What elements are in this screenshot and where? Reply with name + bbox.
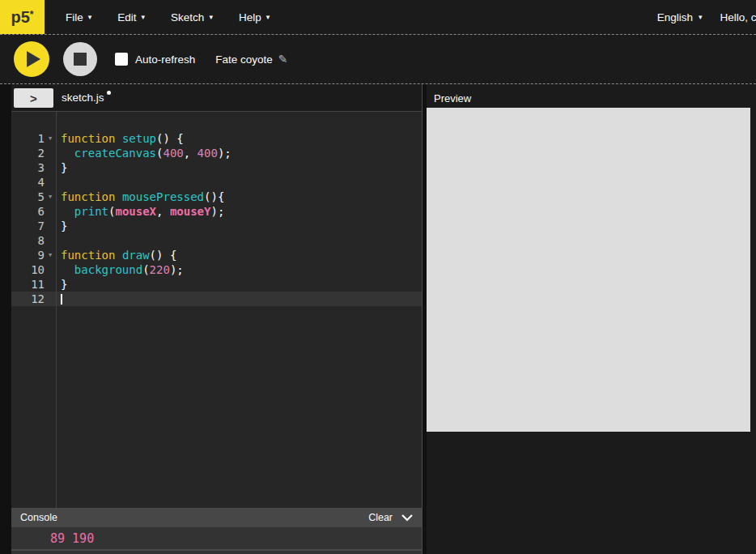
- code-editor[interactable]: 1▼function setup() {2 createCanvas(400, …: [11, 112, 422, 508]
- p5-web-editor: p5* File▾Edit▾Sketch▾Help▾ English ▾ Hel…: [0, 0, 756, 554]
- line-number: 6: [11, 204, 56, 219]
- play-button[interactable]: [14, 41, 49, 77]
- editor-panel: > sketch.js 1▼function setup() {2 create…: [11, 84, 423, 554]
- sketch-canvas[interactable]: [427, 108, 750, 432]
- code-line-3[interactable]: 3}: [11, 160, 422, 175]
- code-text: function mousePressed(){: [56, 190, 224, 204]
- line-number: 7: [11, 219, 56, 233]
- code-text: }: [56, 160, 67, 175]
- tab-sketch-js[interactable]: sketch.js: [62, 92, 111, 104]
- fold-arrow-icon[interactable]: ▼: [45, 131, 56, 146]
- line-number: 8: [11, 233, 56, 248]
- menu-label: Edit: [117, 11, 136, 23]
- preview-title: Preview: [427, 84, 756, 104]
- code-line-8[interactable]: 8: [11, 233, 422, 248]
- edit-pencil-icon[interactable]: ✎: [278, 53, 288, 66]
- code-text: }: [56, 219, 67, 233]
- p5-logo[interactable]: p5*: [0, 0, 45, 34]
- menu-sketch[interactable]: Sketch▾: [158, 0, 226, 34]
- auto-refresh-checkbox[interactable]: [115, 53, 128, 66]
- chevron-down-icon: ▾: [209, 13, 213, 21]
- console-title: Console: [20, 512, 57, 523]
- chevron-down-icon: ▾: [88, 13, 92, 21]
- line-number: 4: [11, 175, 56, 190]
- line-number: 12: [11, 292, 56, 306]
- line-number: 5▼: [11, 190, 56, 204]
- code-line-6[interactable]: 6 print(mouseX, mouseY);: [11, 204, 422, 219]
- console-header: Console Clear: [11, 508, 422, 527]
- chevron-down-icon: ▾: [266, 13, 270, 21]
- code-line-9[interactable]: 9▼function draw() {: [11, 248, 422, 262]
- code-line-2[interactable]: 2 createCanvas(400, 400);: [11, 146, 422, 160]
- nav-right: English ▾ Hello, ch: [646, 11, 756, 23]
- code-text: function draw() {: [56, 248, 176, 262]
- line-number: 10: [11, 262, 56, 277]
- code-line-11[interactable]: 11}: [11, 277, 422, 292]
- menu-label: Help: [239, 11, 261, 23]
- sidebar-expand-button[interactable]: >: [14, 88, 53, 108]
- text-cursor: [61, 294, 62, 305]
- line-number: 2: [11, 146, 56, 160]
- code-text: [56, 292, 62, 306]
- preview-panel: Preview: [427, 84, 756, 554]
- chevron-down-icon: ▾: [699, 13, 703, 21]
- console-body: 89 190: [11, 527, 422, 554]
- code-text: [56, 233, 61, 248]
- stop-icon: [74, 53, 87, 66]
- code-text: print(mouseX, mouseY);: [56, 204, 224, 219]
- tab-filename: sketch.js: [62, 92, 104, 104]
- top-nav: p5* File▾Edit▾Sketch▾Help▾ English ▾ Hel…: [0, 0, 756, 35]
- code-line-1[interactable]: 1▼function setup() {: [11, 131, 422, 146]
- fold-arrow-icon[interactable]: ▼: [45, 190, 56, 204]
- code-text: [56, 175, 61, 190]
- console-actions: Clear: [368, 512, 414, 523]
- play-icon: [27, 51, 40, 67]
- code-line-12[interactable]: 12: [11, 292, 422, 306]
- code-lines: 1▼function setup() {2 createCanvas(400, …: [11, 131, 422, 306]
- menu-label: File: [66, 11, 83, 23]
- code-line-5[interactable]: 5▼function mousePressed(){: [11, 190, 422, 204]
- console-clear-button[interactable]: Clear: [368, 512, 393, 523]
- line-number: 3: [11, 160, 56, 175]
- console-collapse-chevron-icon[interactable]: [401, 512, 414, 523]
- language-label: English: [657, 11, 693, 23]
- code-line-4[interactable]: 4: [11, 175, 422, 190]
- fold-arrow-icon[interactable]: ▼: [45, 248, 56, 262]
- line-number: 11: [11, 277, 56, 292]
- line-number: 9▼: [11, 248, 56, 262]
- code-text: function setup() {: [56, 131, 184, 146]
- console-panel: Console Clear 89 190: [11, 508, 422, 554]
- nav-menus: File▾Edit▾Sketch▾Help▾: [53, 0, 282, 34]
- sketch-name[interactable]: Fate coyote: [215, 53, 273, 66]
- menu-label: Sketch: [171, 11, 204, 23]
- user-greeting[interactable]: Hello, ch: [720, 11, 756, 23]
- language-dropdown[interactable]: English ▾: [646, 11, 714, 23]
- line-number: 1▼: [11, 131, 56, 146]
- code-text: }: [56, 277, 67, 292]
- auto-refresh-label: Auto-refresh: [135, 53, 195, 66]
- code-text: background(220);: [56, 262, 184, 277]
- code-line-7[interactable]: 7}: [11, 219, 422, 233]
- console-log-entry: 89 190: [11, 527, 422, 551]
- toolbar: Auto-refresh Fate coyote ✎: [0, 35, 756, 84]
- menu-file[interactable]: File▾: [53, 0, 104, 34]
- code-line-10[interactable]: 10 background(220);: [11, 262, 422, 277]
- menu-help[interactable]: Help▾: [226, 0, 282, 34]
- stop-button[interactable]: [63, 42, 97, 76]
- asterisk: *: [30, 9, 34, 20]
- editor-tab-bar: > sketch.js: [11, 84, 422, 112]
- menu-edit[interactable]: Edit▾: [104, 0, 158, 34]
- main-area: > sketch.js 1▼function setup() {2 create…: [0, 84, 756, 554]
- unsaved-indicator-dot: [107, 91, 111, 95]
- code-text: createCanvas(400, 400);: [56, 146, 231, 160]
- chevron-down-icon: ▾: [142, 13, 146, 21]
